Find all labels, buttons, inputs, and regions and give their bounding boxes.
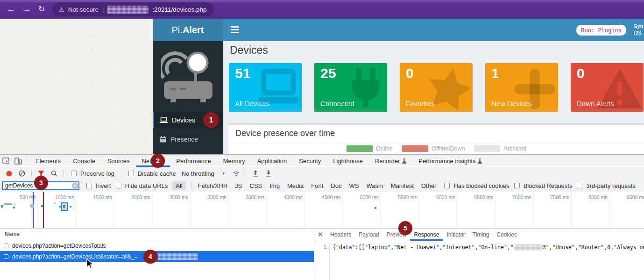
request-checkbox[interactable]: [4, 254, 8, 259]
card-connected[interactable]: 25 Connected: [314, 63, 387, 112]
timeline-tick: 5000 ms: [360, 194, 379, 200]
timeline-tick: 7500 ms: [551, 194, 569, 200]
filter-type-doc[interactable]: Doc: [327, 182, 345, 189]
logo-bold: Alert: [183, 25, 204, 36]
filter-type-ws[interactable]: WS: [346, 182, 362, 189]
legend-item-offline: Offline/Down: [402, 145, 465, 152]
card-down-alerts[interactable]: 0 Down Alerts: [571, 63, 644, 112]
run-plugins-label: Run: Plugins: [581, 27, 622, 34]
timeline-request-mark: [13, 207, 15, 208]
clear-icon[interactable]: [16, 167, 28, 179]
requests-name-column-header[interactable]: Name: [0, 229, 314, 240]
filter-type-manifest[interactable]: Manifest: [388, 182, 417, 189]
search-icon[interactable]: [48, 167, 60, 179]
star-icon: [424, 64, 473, 112]
tab-initiator[interactable]: Initiator: [443, 229, 468, 241]
annotation-step-5: 5: [398, 221, 412, 235]
import-har-icon[interactable]: [249, 167, 262, 179]
legend-swatch-archived: [474, 145, 500, 152]
request-checkbox[interactable]: [4, 244, 8, 248]
timeline-event-line: [33, 192, 34, 229]
reload-icon[interactable]: ↻: [38, 0, 45, 19]
desktop-background: [0, 19, 153, 154]
card-value: 0: [406, 65, 414, 81]
card-value: 25: [320, 65, 336, 81]
close-icon[interactable]: ✕: [314, 230, 326, 239]
has-blocked-cookies-checkbox[interactable]: [444, 183, 450, 188]
tab-performance[interactable]: Performance: [170, 155, 217, 167]
invert-checkbox[interactable]: [86, 183, 92, 188]
timeline-request-mark: [63, 205, 65, 208]
tab-response[interactable]: Response: [410, 229, 443, 241]
tab-application[interactable]: Application: [251, 155, 293, 167]
tab-cookies[interactable]: Cookies: [493, 229, 520, 241]
filter-type-all[interactable]: All: [172, 181, 185, 190]
tab-recorder[interactable]: Recorder: [369, 155, 412, 167]
tab-sources[interactable]: Sources: [101, 155, 136, 167]
tab-payload[interactable]: Payload: [355, 229, 382, 241]
preserve-log-checkbox[interactable]: [71, 171, 77, 176]
throttling-select[interactable]: No throttling: [182, 170, 214, 177]
sync-status-line1: Syn: [634, 23, 644, 29]
record-icon[interactable]: [3, 167, 15, 179]
card-new-devices[interactable]: 1 New Devices: [485, 63, 558, 112]
warning-icon: [598, 68, 642, 109]
hide-data-urls-checkbox[interactable]: [116, 183, 121, 188]
tab-security[interactable]: Security: [293, 155, 327, 167]
card-favorites[interactable]: 0 Favorites: [400, 63, 473, 112]
tab-performance-insights[interactable]: Performance insights: [412, 155, 488, 167]
blocked-requests-checkbox[interactable]: [514, 183, 520, 188]
sidebar-item-presence[interactable]: Presence: [153, 131, 223, 147]
back-icon[interactable]: ←: [7, 0, 15, 19]
card-all-devices[interactable]: 51 All Devices: [229, 63, 302, 112]
tab-headers[interactable]: Headers: [326, 229, 355, 241]
filter-type-other[interactable]: Other: [418, 182, 440, 189]
timeline-request-mark: [41, 205, 43, 207]
third-party-requests-label: 3rd-party requests: [586, 182, 636, 189]
devtools-panel: Elements Console Sources Network Perform…: [0, 154, 644, 280]
third-party-requests-checkbox[interactable]: [577, 183, 582, 188]
filter-type-font[interactable]: Font: [308, 182, 326, 189]
requests-area: Name devices.php?action=getDevicesTotals…: [0, 229, 644, 280]
filter-type-wasm[interactable]: Wasm: [363, 182, 386, 189]
filter-type-css[interactable]: CSS: [247, 182, 266, 189]
timeline-tick: 8500 ms: [627, 194, 644, 200]
timeline-request-mark: [30, 204, 34, 208]
legend-swatch-online: [347, 145, 373, 152]
filter-type-js[interactable]: JS: [232, 182, 245, 189]
forward-icon[interactable]: →: [22, 0, 31, 19]
tab-timing[interactable]: Timing: [469, 229, 493, 241]
export-har-icon[interactable]: [262, 167, 275, 179]
address-bar[interactable]: ⚠ Not secure | :20211/devices.php: [52, 2, 214, 16]
sidebar: Devices Presence: [153, 41, 223, 154]
filter-type-img[interactable]: Img: [266, 182, 283, 189]
device-toolbar-icon[interactable]: [12, 155, 24, 167]
clear-filter-icon[interactable]: ✕: [72, 183, 78, 189]
network-conditions-icon[interactable]: [230, 167, 242, 179]
tab-console[interactable]: Console: [67, 155, 101, 167]
filter-type-media[interactable]: Media: [284, 182, 307, 189]
chevron-down-icon: ▼: [222, 172, 226, 176]
tab-elements[interactable]: Elements: [29, 155, 67, 167]
tab-lighthouse[interactable]: Lighthouse: [327, 155, 369, 167]
timeline-request-mark: [4, 203, 12, 205]
inspect-element-icon[interactable]: [0, 155, 12, 167]
timeline-tick: 3500 ms: [246, 194, 264, 200]
screen: ← → ↻ ⚠ Not secure | :20211/devices.php …: [0, 0, 644, 280]
disable-cache-checkbox[interactable]: [128, 171, 134, 176]
legend-label: Archived: [503, 145, 526, 152]
blocked-requests-label: Blocked Requests: [524, 182, 573, 189]
network-overview-timeline[interactable]: 500 ms1000 ms1500 ms2000 ms2500 ms3000 m…: [0, 192, 644, 229]
timeline-request-mark: [375, 207, 376, 209]
hamburger-menu-icon[interactable]: [231, 26, 239, 33]
legend-label: Offline/Down: [432, 145, 465, 152]
response-content[interactable]: {"data":[["laptop","Net - Huawei","Inter…: [333, 243, 644, 251]
request-row-getdevicestotals[interactable]: devices.php?action=getDevicesTotals: [0, 240, 314, 251]
divider: [229, 143, 644, 144]
tab-memory[interactable]: Memory: [217, 155, 251, 167]
timeline-tick: 1500 ms: [93, 194, 112, 200]
run-plugins-button[interactable]: Run: Plugins: [576, 25, 626, 36]
filter-type-fetch-xhr[interactable]: Fetch/XHR: [195, 182, 231, 189]
pialert-logo[interactable]: Pi.Alert: [153, 19, 223, 41]
timeline-tick: 2000 ms: [131, 194, 150, 200]
